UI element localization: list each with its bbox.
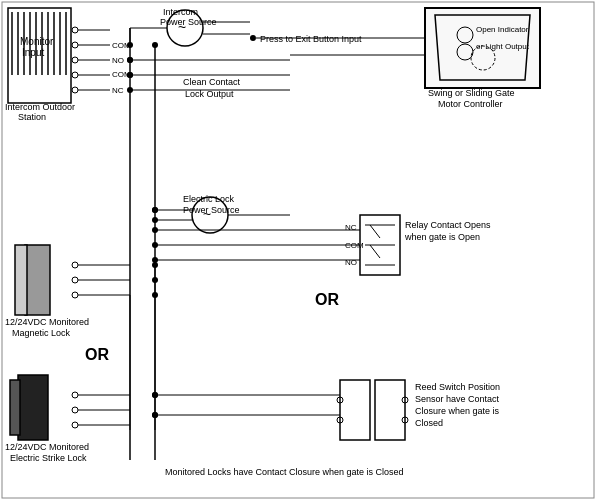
svg-text:OR: OR bbox=[85, 346, 109, 363]
svg-text:NO: NO bbox=[112, 56, 124, 65]
svg-text:Relay Contact Opens: Relay Contact Opens bbox=[405, 220, 491, 230]
svg-point-131 bbox=[152, 207, 158, 213]
svg-text:NO: NO bbox=[345, 258, 357, 267]
svg-text:Input: Input bbox=[22, 47, 44, 58]
svg-text:Station: Station bbox=[18, 112, 46, 122]
svg-text:12/24VDC Monitored: 12/24VDC Monitored bbox=[5, 442, 89, 452]
svg-text:when gate is Open: when gate is Open bbox=[404, 232, 480, 242]
svg-text:Reed Switch Position: Reed Switch Position bbox=[415, 382, 500, 392]
svg-text:Open Indicator: Open Indicator bbox=[476, 25, 529, 34]
svg-text:OR: OR bbox=[315, 291, 339, 308]
svg-text:Magnetic Lock: Magnetic Lock bbox=[12, 328, 71, 338]
svg-rect-101 bbox=[10, 380, 20, 435]
svg-point-136 bbox=[152, 412, 158, 418]
svg-text:Electric Strike Lock: Electric Strike Lock bbox=[10, 453, 87, 463]
svg-point-134 bbox=[152, 292, 158, 298]
svg-text:Intercom Outdoor: Intercom Outdoor bbox=[5, 102, 75, 112]
svg-point-38 bbox=[250, 35, 256, 41]
svg-text:Clean Contact: Clean Contact bbox=[183, 77, 241, 87]
svg-text:Press to Exit Button Input: Press to Exit Button Input bbox=[260, 34, 362, 44]
svg-text:Closure when gate is: Closure when gate is bbox=[415, 406, 500, 416]
svg-point-128 bbox=[152, 42, 158, 48]
svg-text:Intercom: Intercom bbox=[163, 7, 198, 17]
svg-text:12/24VDC Monitored: 12/24VDC Monitored bbox=[5, 317, 89, 327]
svg-point-86 bbox=[152, 242, 158, 248]
svg-text:Monitored Locks have Contact C: Monitored Locks have Contact Closure whe… bbox=[165, 467, 404, 477]
svg-text:NC: NC bbox=[345, 223, 357, 232]
svg-rect-100 bbox=[18, 375, 48, 440]
svg-point-50 bbox=[127, 87, 133, 93]
svg-point-69 bbox=[152, 217, 158, 223]
svg-rect-90 bbox=[15, 245, 27, 315]
svg-point-85 bbox=[152, 227, 158, 233]
svg-rect-89 bbox=[25, 245, 50, 315]
svg-text:Closed: Closed bbox=[415, 418, 443, 428]
wiring-diagram: Monitor Input COM NO COM NC Intercom Out… bbox=[0, 0, 596, 500]
svg-point-130 bbox=[127, 72, 133, 78]
svg-point-135 bbox=[152, 392, 158, 398]
svg-point-132 bbox=[152, 262, 158, 268]
svg-point-127 bbox=[127, 42, 133, 48]
svg-text:Sensor have Contact: Sensor have Contact bbox=[415, 394, 500, 404]
svg-point-133 bbox=[152, 277, 158, 283]
svg-text:Swing or Sliding Gate: Swing or Sliding Gate bbox=[428, 88, 515, 98]
svg-text:Motor Controller: Motor Controller bbox=[438, 99, 503, 109]
svg-text:NC: NC bbox=[112, 86, 124, 95]
svg-point-129 bbox=[127, 57, 133, 63]
svg-text:Monitor: Monitor bbox=[20, 36, 54, 47]
svg-text:Electric Lock: Electric Lock bbox=[183, 194, 235, 204]
